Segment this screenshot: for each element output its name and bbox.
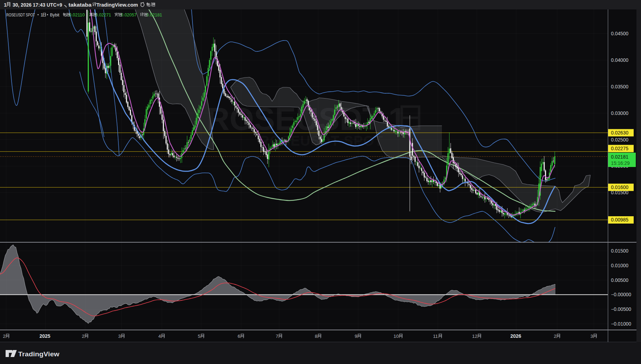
svg-text:Bybit: Bybit <box>50 12 59 17</box>
svg-text:3: 3 <box>590 334 593 339</box>
svg-text:0.02271: 0.02271 <box>95 12 111 17</box>
svg-text:2: 2 <box>554 334 556 339</box>
svg-text:0.00500: 0.00500 <box>611 278 628 283</box>
svg-text:0.01000: 0.01000 <box>611 263 628 268</box>
svg-text:2026: 2026 <box>510 333 521 339</box>
svg-text:5: 5 <box>198 334 201 339</box>
svg-text:0.03500: 0.03500 <box>611 84 628 89</box>
svg-text:0.02181: 0.02181 <box>611 154 628 160</box>
svg-text:1: 1 <box>4 2 7 8</box>
svg-text:0.02275: 0.02275 <box>611 146 628 151</box>
svg-text:7: 7 <box>276 334 278 339</box>
svg-text:4: 4 <box>158 334 161 339</box>
svg-text:0.01500: 0.01500 <box>611 248 628 254</box>
svg-text:11: 11 <box>433 334 438 339</box>
svg-text:−0.00500: −0.00500 <box>611 307 631 312</box>
svg-text:takataba: takataba <box>68 2 92 8</box>
svg-text:12: 12 <box>472 334 477 339</box>
svg-text:0.02500: 0.02500 <box>611 137 628 143</box>
svg-text:8: 8 <box>315 334 318 339</box>
svg-text:6: 6 <box>238 334 240 339</box>
svg-text:TradingView: TradingView <box>18 350 59 358</box>
svg-text:10: 10 <box>393 334 399 339</box>
svg-text:15:16:29: 15:16:29 <box>611 161 630 166</box>
svg-text:0.04500: 0.04500 <box>611 31 628 36</box>
svg-text:0.03000: 0.03000 <box>611 111 628 116</box>
svg-text:3: 3 <box>118 334 121 339</box>
svg-text:0.02181: 0.02181 <box>146 12 162 17</box>
svg-text:ROSEUSDT SPOT: ROSEUSDT SPOT <box>6 12 35 17</box>
svg-text:TradingView.com: TradingView.com <box>96 2 138 8</box>
svg-text:−0.00000: −0.00000 <box>611 292 631 297</box>
svg-text:−0.01000: −0.01000 <box>611 321 631 327</box>
svg-text:0.02630: 0.02630 <box>611 130 628 136</box>
svg-text:1: 1 <box>41 12 43 17</box>
svg-text:0.02110: 0.02110 <box>69 12 85 17</box>
svg-text:0.01600: 0.01600 <box>611 185 628 190</box>
svg-text:9: 9 <box>355 334 357 339</box>
svg-text:30, 2026 17:43 UTC+9: 30, 2026 17:43 UTC+9 <box>13 2 62 8</box>
svg-text:0.00985: 0.00985 <box>611 217 628 223</box>
svg-text:2: 2 <box>82 334 85 339</box>
svg-text:2: 2 <box>3 334 6 339</box>
svg-text:0.02057: 0.02057 <box>121 12 137 17</box>
svg-text:2025: 2025 <box>39 333 50 339</box>
svg-text:0.04000: 0.04000 <box>611 58 628 63</box>
